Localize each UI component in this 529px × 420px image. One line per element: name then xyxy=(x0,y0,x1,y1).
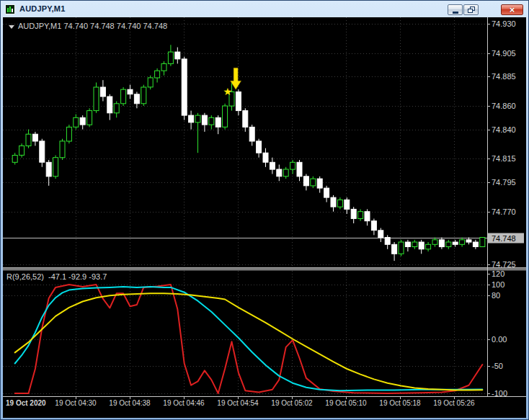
candle xyxy=(399,240,404,256)
time-axis-label: 19 Oct 04:38 xyxy=(109,399,151,407)
candle xyxy=(290,160,295,174)
candle xyxy=(74,115,79,130)
candle xyxy=(40,139,45,167)
candle xyxy=(189,111,194,130)
time-axis-label: 19 Oct 04:30 xyxy=(55,399,97,407)
chart-canvas[interactable]: ★74.93074.90574.88574.86074.84074.81574.… xyxy=(3,17,526,418)
oscillator-axis-label: 0.00 xyxy=(492,335,507,344)
chart-window-icon[interactable] xyxy=(5,4,15,14)
candle xyxy=(405,240,410,251)
price-axis-label: 74.795 xyxy=(492,178,516,187)
oscillator-axis-label: 120 xyxy=(492,269,504,278)
price-axis-label: 74.930 xyxy=(492,19,516,28)
candle xyxy=(155,68,160,83)
candle xyxy=(134,92,139,109)
chart-window: AUDJPY,M1 × ★74.93074.90574.88574.86074.… xyxy=(0,0,529,420)
close-button[interactable]: × xyxy=(501,4,523,15)
candle xyxy=(365,209,370,225)
candle xyxy=(412,240,417,249)
candle xyxy=(148,76,153,90)
chart-client-area[interactable]: ★74.93074.90574.88574.86074.84074.81574.… xyxy=(3,17,526,418)
candle xyxy=(344,197,350,214)
candle xyxy=(32,132,37,146)
candle xyxy=(303,174,308,191)
candle xyxy=(66,125,71,143)
price-axis-label: 74.860 xyxy=(492,102,516,110)
candle xyxy=(26,130,31,148)
symbol-ohlc-overlay: AUDJPY,M1 74.740 74.748 74.740 74.748 xyxy=(9,22,167,30)
candle xyxy=(277,165,282,182)
oscillator-line-r26 xyxy=(15,287,483,390)
oscillator-axis-label: 80 xyxy=(492,291,500,300)
candle xyxy=(249,125,254,146)
candle xyxy=(317,177,322,193)
candle xyxy=(80,115,85,130)
price-axis-label: 74.840 xyxy=(492,125,516,134)
candle xyxy=(182,57,187,120)
indicator-values: -47.1 -92.9 -93.7 xyxy=(48,272,107,281)
price-axis[interactable]: 74.93074.90574.88574.86074.84074.81574.7… xyxy=(487,19,524,269)
price-axis-label: 74.885 xyxy=(492,72,516,81)
restore-button[interactable] xyxy=(463,4,479,15)
candle xyxy=(94,83,99,113)
candle xyxy=(46,160,51,186)
candle xyxy=(12,153,17,164)
candle xyxy=(263,148,268,167)
candle xyxy=(337,197,342,209)
candle xyxy=(371,219,376,236)
indicator-name: R(9,26,52) xyxy=(6,272,44,281)
time-axis-label: 19 Oct 05:18 xyxy=(379,399,421,407)
candle xyxy=(460,238,465,247)
candle xyxy=(358,209,363,220)
candle xyxy=(351,207,356,223)
time-axis-label: 19 Oct 04:54 xyxy=(217,399,259,407)
oscillator-axis[interactable]: 120100800.00-50-100 xyxy=(487,269,507,398)
candle xyxy=(331,195,336,212)
candle xyxy=(141,85,146,106)
minimize-icon xyxy=(453,12,458,14)
price-axis-label: 74.770 xyxy=(492,207,516,216)
candle xyxy=(87,108,92,127)
time-axis-label: 19 Oct 2020 xyxy=(6,399,46,407)
price-axis-label: 74.815 xyxy=(492,154,516,163)
time-axis[interactable]: 19 Oct 202019 Oct 04:3019 Oct 04:3819 Oc… xyxy=(6,396,475,407)
time-axis-label: 19 Oct 04:46 xyxy=(163,399,205,407)
title-bar[interactable]: AUDJPY,M1 × xyxy=(1,1,528,17)
candle xyxy=(385,235,390,249)
restore-icon xyxy=(468,6,475,13)
current-price-label: 74.748 xyxy=(492,234,516,243)
candle xyxy=(53,156,58,179)
candle xyxy=(378,228,383,243)
time-axis-label: 19 Oct 05:10 xyxy=(325,399,367,407)
candle xyxy=(107,94,112,120)
candle xyxy=(480,238,485,247)
candles-layer xyxy=(12,45,485,261)
time-axis-label: 19 Oct 05:26 xyxy=(433,399,475,407)
star-marker[interactable]: ★ xyxy=(223,86,233,97)
price-axis-label: 74.725 xyxy=(492,260,516,269)
candle xyxy=(236,89,241,115)
ohlc-values: 74.740 74.748 74.740 74.748 xyxy=(63,22,167,30)
candle xyxy=(128,85,133,99)
candle xyxy=(324,186,329,202)
candle xyxy=(283,167,288,179)
candle xyxy=(311,177,316,188)
candle xyxy=(195,113,200,153)
chevron-down-icon[interactable] xyxy=(9,25,14,29)
candle xyxy=(453,240,458,247)
time-axis-label: 19 Oct 05:02 xyxy=(271,399,313,407)
candle xyxy=(426,242,431,251)
candle xyxy=(168,45,173,66)
candle xyxy=(175,48,180,64)
candle xyxy=(243,108,248,132)
symbol-label: AUDJPY,M1 xyxy=(18,22,61,30)
candle xyxy=(209,115,214,130)
oscillator-axis-label: -50 xyxy=(492,362,503,370)
candle xyxy=(100,80,105,101)
candle xyxy=(161,61,166,76)
window-title: AUDJPY,M1 xyxy=(19,4,66,13)
minimize-button[interactable] xyxy=(448,4,463,15)
grid-layer xyxy=(3,17,487,394)
candle xyxy=(446,240,451,249)
oscillator-axis-label: 100 xyxy=(492,280,504,289)
